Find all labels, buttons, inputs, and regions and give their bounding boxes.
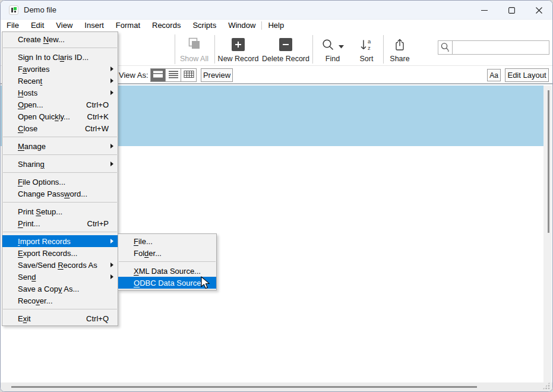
menu-separator [2, 45, 118, 51]
submenu-arrow-icon [110, 144, 113, 148]
menubar-item-insert[interactable]: Insert [78, 20, 110, 31]
menu-item-send[interactable]: Send [2, 271, 118, 283]
menubar: FileEditViewInsertFormatRecordsScriptsWi… [1, 20, 552, 31]
svg-text:z: z [368, 45, 371, 51]
file-menu: Create New...Sign In to Claris ID...Favo… [2, 31, 118, 326]
magnifier-icon [321, 34, 344, 55]
menu-item-sign-in-to-claris-id[interactable]: Sign In to Claris ID... [2, 51, 118, 63]
new-record-button[interactable]: New Record [216, 34, 260, 64]
quick-find-menu-button[interactable] [438, 40, 452, 55]
menubar-item-file[interactable]: File [1, 20, 25, 31]
submenu-arrow-icon [110, 263, 113, 267]
close-icon [536, 7, 542, 14]
menu-item-open-quickly[interactable]: Open Quickly...Ctrl+K [2, 110, 118, 122]
menu-separator [2, 152, 118, 158]
menubar-item-view[interactable]: View [50, 20, 78, 31]
view-mode-segmented-control [150, 68, 197, 82]
menu-item-print[interactable]: Print...Ctrl+P [2, 217, 118, 229]
submenu-arrow-icon [110, 90, 113, 95]
menubar-item-help[interactable]: Help [262, 20, 290, 31]
menu-separator [2, 229, 118, 235]
minus-square-icon [279, 34, 292, 55]
svg-text:a: a [368, 38, 371, 45]
table-view-icon [184, 70, 194, 80]
share-button[interactable]: Share [385, 34, 415, 64]
menu-item-folder[interactable]: Folder... [118, 247, 216, 259]
delete-record-button[interactable]: Delete Record [260, 34, 311, 64]
sort-az-icon: az [359, 34, 374, 55]
submenu-arrow-icon [110, 78, 113, 83]
view-as-label: View As: [119, 71, 148, 80]
menu-item-favorites[interactable]: Favorites [2, 63, 118, 75]
menu-item-change-password[interactable]: Change Password... [2, 188, 118, 200]
form-view-button[interactable] [150, 68, 166, 82]
share-icon [393, 34, 406, 55]
shortcut-label: Ctrl+P [87, 219, 109, 228]
menu-separator [2, 200, 118, 206]
menu-item-save-a-copy-as[interactable]: Save a Copy As... [2, 283, 118, 295]
window-controls [470, 1, 552, 20]
mouse-cursor [201, 276, 214, 290]
vertical-scrollbar[interactable] [543, 86, 552, 382]
submenu-arrow-icon [110, 67, 113, 71]
toolbar-button-label: Sort [360, 55, 374, 64]
horizontal-scrollbar-thumb[interactable] [11, 386, 477, 388]
submenu-arrow-icon [110, 239, 113, 244]
shortcut-label: Ctrl+O [86, 100, 109, 109]
submenu-arrow-icon [110, 162, 113, 166]
table-view-button[interactable] [181, 68, 197, 82]
menu-item-recent[interactable]: Recent [2, 75, 118, 87]
chevron-down-icon [339, 45, 344, 49]
horizontal-scrollbar[interactable] [1, 382, 552, 391]
window-title: Demo file [24, 5, 56, 14]
titlebar: Demo file [1, 1, 552, 20]
menu-item-export-records[interactable]: Export Records... [2, 247, 118, 259]
submenu-arrow-icon [110, 274, 113, 279]
menubar-item-edit[interactable]: Edit [25, 20, 50, 31]
show-all-button[interactable]: Show All [175, 34, 213, 64]
layers-icon [187, 34, 201, 55]
menu-item-recover[interactable]: Recover... [2, 295, 118, 306]
toolbar-button-label: Share [390, 55, 409, 64]
menu-item-exit[interactable]: ExitCtrl+Q [2, 312, 118, 324]
formatting-bar-toggle-button[interactable]: Aa [487, 69, 501, 81]
toolbar-button-label: Delete Record [262, 55, 309, 64]
menu-item-file-options[interactable]: File Options... [2, 176, 118, 188]
menu-item-close[interactable]: CloseCtrl+W [2, 122, 118, 134]
menu-separator [2, 306, 118, 312]
edit-layout-button[interactable]: Edit Layout [505, 68, 549, 82]
sort-button[interactable]: azSort [351, 34, 382, 64]
menu-separator [118, 259, 216, 265]
menu-item-create-new[interactable]: Create New... [2, 33, 118, 45]
menu-item-sharing[interactable]: Sharing [2, 158, 118, 170]
toolbar-button-label: Show All [180, 55, 208, 64]
menu-item-import-records[interactable]: Import Records [2, 235, 118, 247]
resize-grip[interactable] [542, 382, 550, 390]
plus-square-icon [232, 34, 245, 55]
maximize-button[interactable] [498, 1, 525, 20]
list-view-button[interactable] [166, 68, 181, 82]
preview-button[interactable]: Preview [201, 68, 233, 82]
minimize-button[interactable] [470, 1, 498, 20]
menubar-item-records[interactable]: Records [146, 20, 187, 31]
menubar-item-window[interactable]: Window [222, 20, 261, 31]
menu-item-manage[interactable]: Manage [2, 140, 118, 152]
menu-item-print-setup[interactable]: Print Setup... [2, 206, 118, 217]
toolbar-separator [383, 35, 384, 64]
menu-item-file[interactable]: File... [118, 235, 216, 247]
menubar-item-scripts[interactable]: Scripts [187, 20, 222, 31]
quick-find-input[interactable] [452, 40, 549, 55]
list-view-icon [168, 70, 179, 80]
menu-item-open[interactable]: Open...Ctrl+O [2, 99, 118, 110]
vertical-scrollbar-thumb[interactable] [548, 90, 549, 233]
close-button[interactable] [525, 1, 552, 20]
menu-separator [2, 170, 118, 176]
menu-separator [2, 134, 118, 140]
shortcut-label: Ctrl+K [87, 112, 109, 121]
menu-item-save-send-records-as[interactable]: Save/Send Records As [2, 259, 118, 271]
menubar-item-format[interactable]: Format [110, 20, 146, 31]
menu-item-hosts[interactable]: Hosts [2, 87, 118, 99]
menu-item-xml-data-source[interactable]: XML Data Source... [118, 265, 216, 277]
app-window: Demo file FileEditViewInsertFormatRecord… [0, 0, 553, 392]
find-button[interactable]: Find [314, 34, 351, 64]
